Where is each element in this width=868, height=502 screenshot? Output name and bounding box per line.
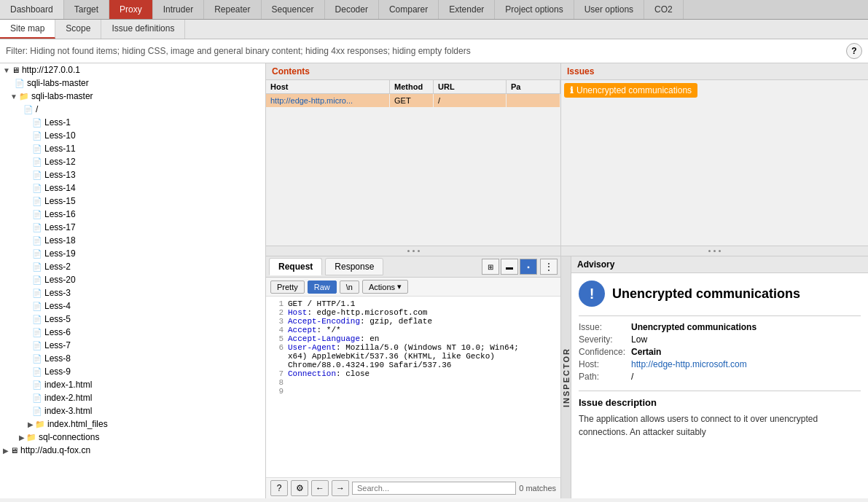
list-item[interactable]: 📄Less-7 — [0, 339, 265, 352]
back-icon-btn[interactable]: ← — [311, 480, 329, 496]
list-item[interactable]: 📄Less-6 — [0, 326, 265, 339]
list-item[interactable]: 📄index-2.html — [0, 391, 265, 404]
advisory-desc-title: Issue description — [579, 397, 861, 408]
tab-dashboard[interactable]: Dashboard — [0, 0, 64, 19]
col-header-pa: Pa — [507, 80, 560, 93]
tab-project-options[interactable]: Project options — [495, 0, 574, 19]
actions-button[interactable]: Actions ▾ — [362, 280, 408, 294]
list-item[interactable]: 📄Less-5 — [0, 313, 265, 326]
tree-toggle-sql-conn[interactable]: ▶ — [19, 434, 25, 442]
list-item[interactable]: 📄Less-17 — [0, 221, 265, 234]
pretty-btn[interactable]: Pretty — [270, 281, 305, 294]
tab-intruder[interactable]: Intruder — [153, 0, 204, 19]
help-icon-btn[interactable]: ? — [270, 480, 288, 496]
list-item[interactable]: 📄Less-3 — [0, 286, 265, 299]
contents-header: Contents — [266, 63, 560, 80]
subnav-scope[interactable]: Scope — [55, 20, 101, 39]
tab-extender[interactable]: Extender — [439, 0, 495, 19]
newline-btn[interactable]: \n — [340, 281, 359, 294]
tree-item-adu[interactable]: ▶🖥http://adu.q-fox.cn — [0, 444, 265, 457]
list-item[interactable]: 📄index-1.html — [0, 378, 265, 391]
tree-item-root[interactable]: ▼ 🖥 http://127.0.0.1 — [0, 63, 265, 77]
list-item[interactable]: 📄Less-14 — [0, 181, 265, 195]
raw-btn[interactable]: Raw — [308, 281, 337, 294]
tree-item-sql-connections[interactable]: ▶📁sql-connections — [0, 431, 265, 444]
file-icon: 📄 — [32, 393, 42, 403]
folder-icon-index-files: 📁 — [35, 420, 45, 429]
file-icon-slash: 📄 — [23, 105, 34, 114]
line-num: 5 — [269, 334, 284, 343]
tab-target[interactable]: Target — [64, 0, 109, 19]
issues-header: Issues — [561, 63, 868, 80]
table-row[interactable]: http://edge-http.micro... GET / — [266, 94, 560, 107]
tab-user-options[interactable]: User options — [574, 0, 644, 19]
tab-decoder[interactable]: Decoder — [325, 0, 379, 19]
tree-panel: ▼ 🖥 http://127.0.0.1 📄 sqli-labs-master … — [0, 63, 266, 498]
tree-toggle-root[interactable]: ▼ — [3, 66, 10, 74]
tree-item-sqli1[interactable]: 📄 sqli-labs-master — [0, 77, 265, 90]
list-item[interactable]: 📄Less-16 — [0, 208, 265, 221]
actions-label: Actions — [369, 283, 395, 291]
issue-badge[interactable]: ℹ Unencrypted communications — [564, 83, 697, 98]
tree-item-slash[interactable]: 📄 / — [0, 103, 265, 116]
meta-value-host[interactable]: http://edge-http.microsoft.com — [631, 359, 861, 369]
tab-co2[interactable]: CO2 — [644, 0, 684, 19]
subnav-sitemap[interactable]: Site map — [0, 20, 55, 39]
filter-help-button[interactable]: ? — [846, 43, 862, 59]
tree-label-less6: Less-6 — [44, 327, 71, 337]
cell-method: GET — [390, 94, 434, 107]
tab-proxy[interactable]: Proxy — [109, 0, 153, 19]
list-item[interactable]: 📄Less-2 — [0, 260, 265, 273]
tree-label-less4: Less-4 — [44, 301, 71, 311]
tab-sequencer[interactable]: Sequencer — [262, 0, 325, 19]
settings-icon-btn[interactable]: ⚙ — [291, 480, 308, 496]
list-item[interactable]: 📄Less-11 — [0, 142, 265, 155]
tab-repeater[interactable]: Repeater — [204, 0, 261, 19]
tree-label-index3: index-3.html — [44, 406, 92, 416]
view-split-btn[interactable]: ▬ — [501, 259, 518, 275]
tab-response[interactable]: Response — [325, 258, 383, 275]
tree-toggle-sqli2[interactable]: ▼ — [10, 93, 17, 101]
list-item[interactable]: 📄Less-9 — [0, 365, 265, 378]
tree-label-less16: Less-16 — [44, 209, 76, 219]
tree-toggle-adu[interactable]: ▶ — [3, 447, 9, 455]
line-num: 8 — [269, 378, 284, 387]
line-text: x64) AppleWebKit/537.36 (KHTML, like Gec… — [288, 352, 495, 361]
match-count: 0 matches — [519, 484, 556, 493]
view-single-btn[interactable]: ▪ — [520, 259, 537, 275]
view-grid-btn[interactable]: ⊞ — [482, 259, 499, 275]
cell-pa — [507, 94, 560, 107]
list-item[interactable]: 📄Less-4 — [0, 299, 265, 313]
meta-label-confidence: Confidence: — [579, 347, 625, 357]
list-item[interactable]: 📄index-3.html — [0, 404, 265, 417]
tree-item-sqli2[interactable]: ▼ 📁 sqli-labs-master — [0, 90, 265, 103]
view-buttons: ⊞ ▬ ▪ — [482, 259, 537, 275]
advisory-title-row: ! Unencrypted communications — [579, 281, 861, 307]
list-item[interactable]: 📄Less-12 — [0, 155, 265, 168]
inspector-sidebar[interactable]: INSPECTOR — [561, 256, 571, 498]
tab-request[interactable]: Request — [269, 258, 322, 275]
forward-icon-btn[interactable]: → — [332, 480, 349, 496]
file-icon: 📄 — [32, 407, 42, 416]
list-item[interactable]: 📄Less-15 — [0, 195, 265, 208]
list-item[interactable]: 📄Less-13 — [0, 168, 265, 181]
list-item[interactable]: 📄Less-20 — [0, 273, 265, 286]
list-item[interactable]: 📄Less-8 — [0, 352, 265, 365]
list-item[interactable]: 📄Less-18 — [0, 234, 265, 247]
line-num: 9 — [269, 387, 284, 396]
list-item[interactable]: 📄Less-1 — [0, 116, 265, 129]
list-item[interactable]: 📄Less-19 — [0, 247, 265, 260]
tree-label-adu: http://adu.q-fox.cn — [20, 445, 90, 455]
req-line-6c: 6 Chrome/88.0.4324.190 Safari/537.36 — [269, 361, 558, 369]
tab-comparer[interactable]: Comparer — [379, 0, 439, 19]
line-num: 2 — [269, 308, 284, 317]
tree-item-index-html-files[interactable]: ▶📁index.html_files — [0, 417, 265, 431]
file-icon: 📄 — [32, 354, 42, 364]
tree-label-sqli2: sqli-labs-master — [31, 91, 93, 101]
subnav-issue-definitions[interactable]: Issue definitions — [101, 20, 185, 39]
tree-toggle-index-files[interactable]: ▶ — [28, 420, 34, 428]
advisory-meta: Issue: Unencrypted communications Severi… — [579, 322, 861, 382]
search-input[interactable] — [352, 482, 516, 495]
options-btn[interactable]: ⋮ — [540, 259, 558, 275]
list-item[interactable]: 📄Less-10 — [0, 129, 265, 142]
